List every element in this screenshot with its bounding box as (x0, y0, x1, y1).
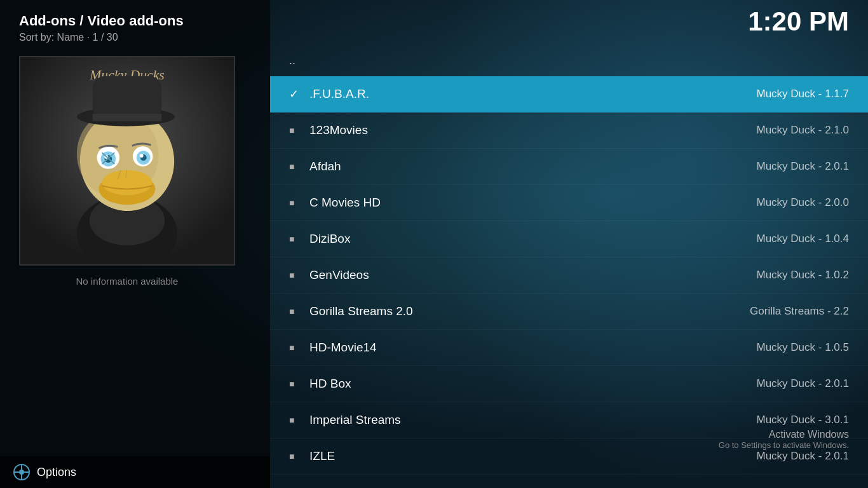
bullet-icon: ■ (289, 451, 302, 461)
bullet-icon: ■ (289, 234, 302, 244)
item-name: LUCKY TV (309, 485, 757, 488)
list-item[interactable]: ■Gorilla Streams 2.0Gorilla Streams - 2.… (270, 294, 868, 330)
left-panel: Add-ons / Video add-ons Sort by: Name · … (0, 0, 270, 488)
item-version: Mucky Duck - 1.1.7 (757, 88, 850, 100)
bullet-icon: ■ (289, 379, 302, 389)
options-label: Options (37, 466, 76, 479)
item-name: Gorilla Streams 2.0 (309, 304, 750, 318)
svg-point-26 (19, 470, 24, 475)
options-icon (13, 463, 31, 481)
time-display: 1:20 PM (748, 6, 849, 37)
list-item[interactable]: ■C Movies HDMucky Duck - 2.0.0 (270, 185, 868, 221)
bullet-icon: ■ (289, 161, 302, 172)
no-info-label: No information available (19, 276, 235, 287)
list-item[interactable]: ■123MoviesMucky Duck - 2.1.0 (270, 112, 868, 149)
item-name: HD Box (309, 377, 757, 391)
list-item[interactable]: ✓.F.U.B.A.R.Mucky Duck - 1.1.7 (270, 76, 868, 112)
item-name: Imperial Streams (309, 413, 757, 427)
check-icon: ✓ (289, 87, 302, 101)
list-item[interactable]: ■GenVideosMucky Duck - 1.0.2 (270, 257, 868, 294)
item-name: .F.U.B.A.R. (309, 87, 757, 101)
item-name: 123Movies (309, 123, 757, 137)
svg-rect-10 (93, 114, 162, 121)
item-name: C Movies HD (309, 196, 757, 210)
windows-activate-title: Activate Windows (719, 429, 849, 440)
windows-activate-subtitle: Go to Settings to activate Windows. (719, 440, 849, 450)
bullet-icon: ■ (289, 306, 302, 316)
list-item[interactable]: ■HD BoxMucky Duck - 2.0.1 (270, 366, 868, 402)
bullet-icon: ■ (289, 270, 302, 280)
list-item[interactable]: ■DiziBoxMucky Duck - 1.0.4 (270, 221, 868, 257)
addon-thumbnail: Mucky Ducks (19, 56, 235, 266)
addon-list: .. ✓.F.U.B.A.R.Mucky Duck - 1.1.7■123Mov… (270, 44, 868, 488)
item-name: GenVideos (309, 268, 757, 282)
item-version: Mucky Duck - 2.0.1 (757, 377, 850, 390)
svg-point-18 (140, 154, 144, 158)
windows-activate: Activate Windows Go to Settings to activ… (719, 429, 849, 450)
bullet-icon: ■ (289, 125, 302, 135)
bullet-icon: ■ (289, 415, 302, 425)
sort-info: Sort by: Name · 1 / 30 (19, 32, 118, 43)
item-version: Mucky Duck - 2.1.0 (757, 124, 850, 137)
parent-nav[interactable]: .. (270, 44, 868, 76)
item-version: Gorilla Streams - 2.2 (750, 305, 849, 318)
list-item[interactable]: ■HD-Movie14Mucky Duck - 1.0.5 (270, 330, 868, 366)
items-container: ✓.F.U.B.A.R.Mucky Duck - 1.1.7■123Movies… (270, 76, 868, 488)
item-version: Mucky Duck - 2.0.0 (757, 196, 850, 209)
list-item[interactable]: ■AfdahMucky Duck - 2.0.1 (270, 149, 868, 185)
item-name: Afdah (309, 159, 757, 173)
item-version: Mucky Duck - 2.0.1 (757, 450, 850, 463)
item-version: Mucky Duck - 2.0.1 (757, 160, 850, 173)
item-version: Mucky Duck - 1.0.2 (757, 269, 850, 281)
svg-rect-9 (93, 76, 162, 120)
bullet-icon: ■ (289, 198, 302, 208)
right-panel: 1:20 PM .. ✓.F.U.B.A.R.Mucky Duck - 1.1.… (270, 0, 868, 488)
item-name: HD-Movie14 (309, 341, 757, 355)
list-item[interactable]: ■LUCKY TVMucky Duck - 2.0... (270, 475, 868, 488)
breadcrumb: Add-ons / Video add-ons (19, 13, 184, 29)
item-version: Mucky Duck - 1.0.4 (757, 233, 850, 245)
item-version: Mucky Duck - 1.0.5 (757, 341, 850, 354)
svg-point-20 (102, 170, 152, 196)
item-version: Mucky Duck - 3.0.1 (757, 414, 850, 426)
options-bar[interactable]: Options (0, 456, 270, 488)
item-name: DiziBox (309, 232, 757, 246)
bullet-icon: ■ (289, 342, 302, 353)
item-name: IZLE (309, 449, 757, 463)
